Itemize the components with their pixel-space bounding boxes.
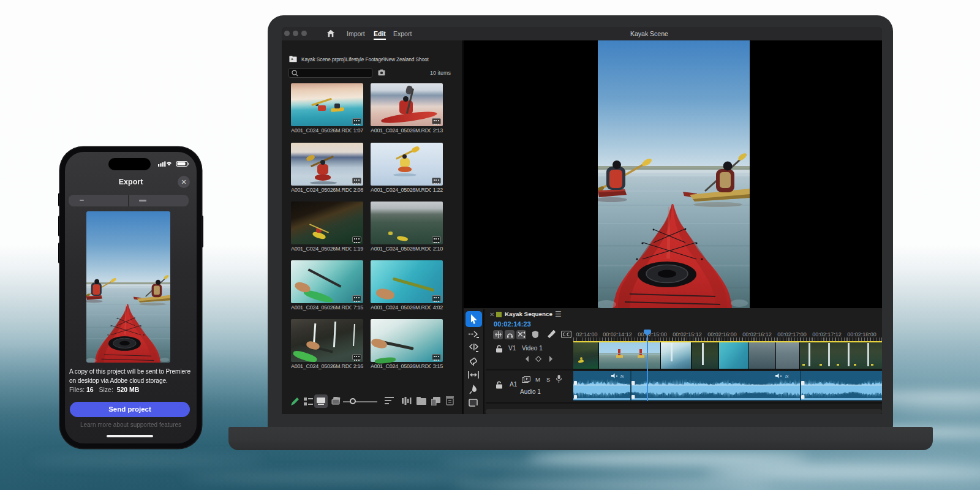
svg-text:fx: fx (620, 374, 624, 379)
svg-text:fx: fx (785, 374, 789, 379)
